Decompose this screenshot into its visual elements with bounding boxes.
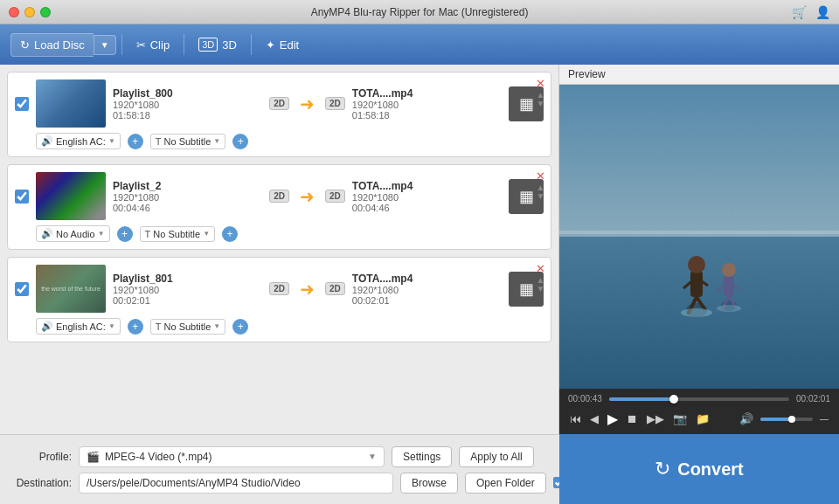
item-checkbox-1[interactable]	[15, 97, 29, 111]
badge-2d-2: 2D	[269, 190, 289, 203]
maximize-button[interactable]	[40, 7, 51, 17]
volume-track[interactable]	[760, 418, 813, 421]
destination-label: Destination:	[10, 477, 72, 489]
add-audio-btn-3[interactable]: +	[128, 319, 143, 335]
subtitle-select-2[interactable]: T No Subtitle ▼	[140, 226, 215, 242]
add-audio-btn-2[interactable]: +	[117, 226, 133, 242]
current-time: 00:00:43	[568, 394, 602, 404]
skip-start-button[interactable]: ⏮	[568, 411, 583, 427]
volume-thumb[interactable]	[788, 416, 795, 423]
open-folder-button[interactable]: Open Folder	[465, 473, 546, 494]
item-info-3: Playlist_801 1920*1080 00:02:01	[113, 273, 262, 306]
audio-select-1[interactable]: 🔊 English AC: ▼	[36, 133, 121, 149]
item-name-2: Playlist_2	[113, 180, 262, 192]
output-info-1: TOTA....mp4 1920*1080 01:58:18	[352, 87, 502, 121]
main-content: Playlist_800 1920*1080 01:58:18 2D ➜ 2D …	[0, 65, 839, 434]
user-icon[interactable]: 👤	[815, 5, 830, 19]
item-close-2[interactable]: ✕	[536, 170, 545, 182]
item-thumbnail-1	[36, 79, 106, 128]
list-item: Playlist_800 1920*1080 01:58:18 2D ➜ 2D …	[7, 72, 551, 157]
audio-select-3[interactable]: 🔊 English AC: ▼	[36, 318, 121, 335]
item-dur-2: 00:04:46	[113, 203, 262, 213]
add-audio-btn-1[interactable]: +	[128, 134, 143, 149]
cart-icon[interactable]: 🛒	[792, 5, 807, 19]
edit-button[interactable]: ✦ Edit	[257, 34, 308, 56]
badge-2d-1: 2D	[269, 97, 289, 110]
audio-value-1: English AC:	[56, 136, 106, 147]
volume-icon[interactable]: 🔊	[738, 411, 755, 427]
svg-point-9	[722, 263, 736, 277]
close-button[interactable]	[9, 7, 19, 17]
subtitle-select-1[interactable]: T No Subtitle ▼	[150, 134, 225, 149]
volume-max-icon[interactable]: —	[818, 412, 830, 425]
disc-icon: ↻	[20, 38, 30, 52]
subtitle-value-3: No Subtitle	[164, 321, 211, 332]
preview-controls: 00:00:43 00:02:01 ⏮ ◀ ▶ ⏹ ▶▶ 📷 📁 🔊	[559, 389, 839, 434]
sky-bg	[559, 85, 839, 237]
preview-figures	[657, 223, 762, 328]
output-name-2: TOTA....mp4	[352, 180, 502, 192]
item-info-2: Playlist_2 1920*1080 00:04:46	[113, 180, 262, 213]
progress-track[interactable]	[609, 397, 789, 401]
audio-select-2[interactable]: 🔊 No Audio ▼	[36, 225, 110, 242]
3d-label: 3D	[222, 38, 237, 52]
add-subtitle-btn-2[interactable]: +	[222, 226, 238, 242]
separator-1	[121, 34, 122, 55]
toolbar: ↻ Load Disc ▼ ✂ Clip 3D 3D ✦ Edit	[0, 24, 839, 65]
browse-button[interactable]: Browse	[400, 473, 458, 494]
item-close-1[interactable]: ✕	[536, 78, 545, 89]
item-checkbox-3[interactable]	[15, 282, 29, 296]
load-disc-label: Load Disc	[34, 38, 85, 52]
item-row-2c: 🔊 English AC: ▼ + T No Subtitle ▼ +	[15, 318, 544, 335]
folder-button[interactable]: 📁	[694, 411, 711, 427]
load-disc-dropdown[interactable]: ▼	[94, 35, 116, 55]
list-item: Playlist_2 1920*1080 00:04:46 2D ➜ 2D TO…	[7, 164, 551, 250]
item-row-1: Playlist_800 1920*1080 01:58:18 2D ➜ 2D …	[15, 79, 544, 128]
minimize-button[interactable]	[24, 7, 35, 17]
badge-2d-out-3: 2D	[325, 282, 345, 295]
separator-3	[251, 34, 252, 55]
item-res-1: 1920*1080	[113, 100, 262, 110]
bottom-section: Profile: 🎬 MPEG-4 Video (*.mp4) ▼ Settin…	[0, 434, 839, 504]
audio-value-2: No Audio	[56, 229, 95, 239]
apply-all-button[interactable]: Apply to All	[459, 446, 533, 467]
progress-thumb[interactable]	[669, 395, 678, 404]
subtitle-icon-1: T	[156, 136, 162, 147]
settings-button[interactable]: Settings	[392, 446, 452, 467]
clip-button[interactable]: ✂ Clip	[128, 34, 178, 56]
convert-section[interactable]: ↻ Convert	[559, 434, 839, 504]
stop-button[interactable]: ⏹	[625, 411, 640, 427]
profile-value: MPEG-4 Video (*.mp4)	[105, 451, 363, 463]
item-arrows-2[interactable]: ▲ ▼	[536, 183, 545, 201]
screenshot-button[interactable]: 📷	[671, 411, 689, 427]
play-button[interactable]: ▶	[606, 409, 620, 429]
item-thumbnail-2	[36, 172, 106, 220]
subtitle-value-1: No Subtitle	[164, 136, 211, 147]
item-checkbox-2[interactable]	[15, 190, 29, 204]
preview-video	[559, 85, 839, 389]
item-arrows-1[interactable]: ▲ ▼	[536, 91, 545, 108]
output-dur-1: 01:58:18	[352, 110, 502, 121]
prev-frame-button[interactable]: ◀	[588, 411, 600, 427]
add-subtitle-btn-3[interactable]: +	[232, 319, 248, 335]
next-frame-button[interactable]: ▶▶	[645, 411, 666, 427]
convert-button[interactable]: Convert	[677, 459, 744, 480]
output-res-3: 1920*1080	[352, 285, 502, 295]
destination-input[interactable]	[79, 473, 393, 494]
output-info-3: TOTA....mp4 1920*1080 00:02:01	[352, 273, 502, 306]
profile-dropdown-arrow: ▼	[368, 452, 377, 461]
svg-point-15	[717, 305, 741, 312]
profile-select[interactable]: 🎬 MPEG-4 Video (*.mp4) ▼	[79, 446, 385, 467]
profile-format-icon: 🎬	[87, 451, 100, 463]
edit-icon: ✦	[266, 38, 275, 52]
3d-button[interactable]: 3D 3D	[190, 33, 246, 56]
subtitle-select-3[interactable]: T No Subtitle ▼	[150, 319, 225, 335]
add-subtitle-btn-1[interactable]: +	[232, 134, 248, 149]
item-arrows-3[interactable]: ▲ ▼	[536, 276, 545, 293]
3d-icon: 3D	[198, 38, 218, 52]
item-row-1: Playlist_2 1920*1080 00:04:46 2D ➜ 2D TO…	[15, 172, 544, 220]
badge-2d-3: 2D	[269, 282, 289, 295]
preview-label: Preview	[559, 65, 839, 85]
item-close-3[interactable]: ✕	[536, 263, 545, 274]
load-disc-button[interactable]: ↻ Load Disc	[10, 33, 94, 57]
